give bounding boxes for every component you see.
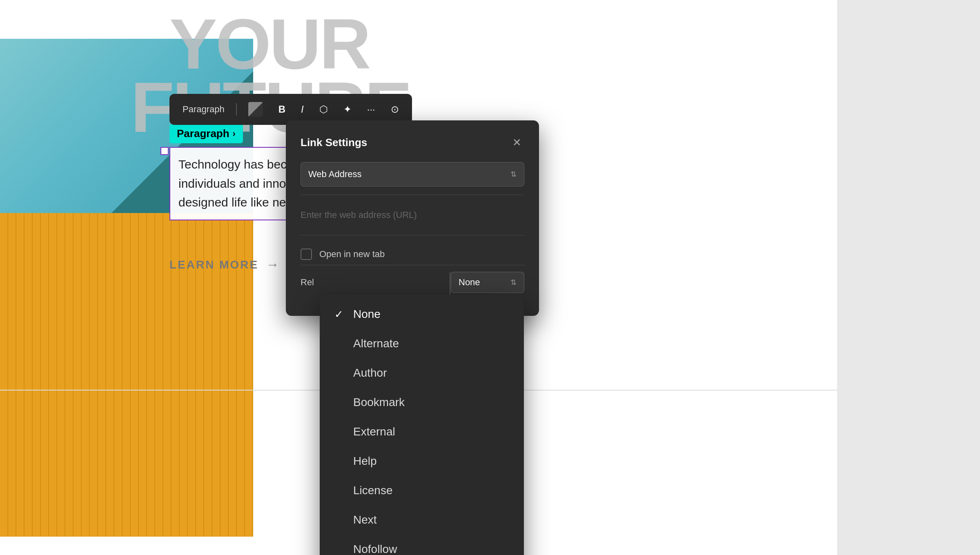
rel-value: None	[459, 277, 480, 288]
dropdown-item-author[interactable]: Author	[320, 358, 524, 388]
dropdown-item-label-next: Next	[353, 513, 377, 526]
toolbar-color-button[interactable]	[243, 99, 269, 120]
ai-icon: ✦	[343, 104, 352, 115]
dropdown-item-license[interactable]: License	[320, 476, 524, 505]
paragraph-tag[interactable]: Paragraph ›	[169, 124, 243, 143]
toolbar-italic-button[interactable]: I	[295, 100, 310, 118]
toolbar-paragraph[interactable]: Paragraph	[177, 101, 230, 118]
learn-more-label: LEARN MORE	[169, 258, 258, 271]
toolbar-link-button[interactable]: ⬡	[314, 100, 334, 118]
modal-header: Link Settings ✕	[301, 135, 524, 150]
dropdown-item-label-nofollow: Nofollow	[353, 543, 397, 555]
learn-more-arrow: →	[266, 257, 280, 272]
toolbar-db-button[interactable]: ⊙	[385, 100, 405, 118]
link-settings-modal: Link Settings ✕ Web Address ⇅ Open in ne…	[286, 120, 539, 316]
dropdown-item-label-none: None	[353, 308, 381, 321]
dropdown-item-label-alternate: Alternate	[353, 337, 399, 350]
dropdown-item-none[interactable]: ✓ None	[320, 300, 524, 329]
rel-select[interactable]: None ⇅ ✓ None Alternate A	[451, 272, 524, 293]
dropdown-item-label-license: License	[353, 484, 393, 497]
modal-separator-1	[301, 195, 524, 195]
db-icon: ⊙	[391, 104, 399, 115]
link-icon: ⬡	[319, 104, 328, 115]
chevron-updown-icon: ⇅	[510, 170, 517, 179]
toolbar-divider	[236, 103, 237, 115]
toolbar-bold-button[interactable]: B	[273, 100, 291, 118]
learn-more-link[interactable]: LEARN MORE →	[169, 257, 280, 272]
modal-title: Link Settings	[301, 136, 367, 149]
new-tab-row: Open in new tab	[301, 244, 524, 265]
rel-label: Rel	[301, 277, 314, 288]
dropdown-item-next[interactable]: Next	[320, 505, 524, 535]
toolbar-color-box	[248, 102, 263, 117]
close-icon: ✕	[512, 136, 521, 149]
link-type-select[interactable]: Web Address ⇅	[301, 162, 524, 186]
italic-icon: I	[301, 104, 304, 115]
check-icon: ✓	[334, 308, 346, 321]
dropdown-item-label-external: External	[353, 425, 395, 438]
modal-close-button[interactable]: ✕	[510, 135, 524, 150]
rel-row: Rel None ⇅ ✓ None Alternate	[301, 265, 524, 300]
dropdown-item-label-author: Author	[353, 366, 387, 380]
dropdown-item-help[interactable]: Help	[320, 446, 524, 476]
url-input[interactable]	[301, 203, 524, 227]
dropdown-menu: ✓ None Alternate Author Bookmark	[320, 295, 524, 555]
link-type-field: Web Address ⇅	[301, 162, 524, 186]
dropdown-item-nofollow[interactable]: Nofollow	[320, 535, 524, 555]
drag-handle[interactable]	[160, 147, 169, 155]
toolbar-more-button[interactable]: ···	[361, 100, 381, 118]
canvas-area: YOUR FUTURE Paragraph › Technology has b…	[0, 0, 980, 555]
toolbar-ai-button[interactable]: ✦	[338, 100, 357, 118]
paragraph-tag-label: Paragraph	[177, 127, 229, 140]
dropdown-item-alternate[interactable]: Alternate	[320, 329, 524, 358]
rel-chevron-icon: ⇅	[510, 278, 517, 287]
dropdown-item-external[interactable]: External	[320, 417, 524, 446]
dropdown-connector	[450, 272, 450, 295]
more-icon: ···	[367, 104, 375, 115]
new-tab-checkbox[interactable]	[301, 249, 312, 260]
dropdown-item-bookmark[interactable]: Bookmark	[320, 388, 524, 417]
bold-icon: B	[278, 104, 285, 115]
dropdown-item-label-bookmark: Bookmark	[353, 396, 405, 409]
link-type-value: Web Address	[308, 169, 361, 180]
new-tab-label: Open in new tab	[319, 249, 385, 260]
dropdown-item-label-help: Help	[353, 455, 377, 468]
url-field	[301, 203, 524, 227]
modal-separator-2	[301, 235, 524, 235]
paragraph-tag-arrow: ›	[233, 129, 236, 139]
